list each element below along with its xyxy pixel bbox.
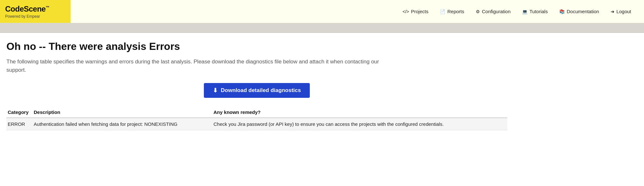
logo-subtitle: Powered by Empear xyxy=(5,14,65,19)
cell-description: Authentication failed when fetching data… xyxy=(32,118,212,130)
nav-item-tutorials[interactable]: 💻 Tutorials xyxy=(522,9,548,14)
download-btn-wrapper: ⬇ Download detailed diagnostics xyxy=(6,83,507,98)
download-icon: ⬇ xyxy=(213,87,218,94)
col-header-category: Category xyxy=(6,107,32,118)
col-header-description: Description xyxy=(32,107,212,118)
nav-label-configuration: Configuration xyxy=(482,9,510,14)
nav-label-reports: Reports xyxy=(447,9,464,14)
configuration-icon: ⚙ xyxy=(476,9,480,14)
reports-icon: 📄 xyxy=(440,9,445,14)
logo-text: CodeScene xyxy=(5,5,46,13)
download-diagnostics-button[interactable]: ⬇ Download detailed diagnostics xyxy=(204,83,310,98)
table-header: Category Description Any known remedy? xyxy=(6,107,507,118)
col-header-remedy: Any known remedy? xyxy=(212,107,507,118)
nav-label-tutorials: Tutorials xyxy=(529,9,548,14)
table-row: ERRORAuthentication failed when fetching… xyxy=(6,118,507,130)
nav-item-documentation[interactable]: 📚 Documentation xyxy=(559,9,599,14)
nav-item-projects[interactable]: </> Projects xyxy=(403,9,428,14)
page-title: Oh no -- There were analysis Errors xyxy=(6,41,507,52)
nav-item-reports[interactable]: 📄 Reports xyxy=(440,9,464,14)
projects-icon: </> xyxy=(403,9,409,14)
cell-category: ERROR xyxy=(6,118,32,130)
nav-label-logout: Logout xyxy=(616,9,631,14)
subheader-band xyxy=(0,23,644,33)
header: CodeScene™ Powered by Empear </> Project… xyxy=(0,0,644,23)
logout-icon: ➜ xyxy=(611,9,614,14)
nav-label-projects: Projects xyxy=(411,9,428,14)
nav-label-documentation: Documentation xyxy=(567,9,599,14)
main-nav: </> Projects 📄 Reports ⚙ Configuration 💻… xyxy=(390,0,644,23)
logo-tm: ™ xyxy=(46,5,49,10)
diagnostics-table: Category Description Any known remedy? E… xyxy=(6,107,507,130)
nav-item-logout[interactable]: ➜ Logout xyxy=(611,9,631,14)
download-btn-label: Download detailed diagnostics xyxy=(221,87,301,94)
cell-remedy: Check you Jira password (or API key) to … xyxy=(212,118,507,130)
documentation-icon: 📚 xyxy=(559,9,565,14)
main-content: Oh no -- There were analysis Errors The … xyxy=(0,33,514,143)
tutorials-icon: 💻 xyxy=(522,9,527,14)
table-body: ERRORAuthentication failed when fetching… xyxy=(6,118,507,130)
table-header-row: Category Description Any known remedy? xyxy=(6,107,507,118)
logo-area: CodeScene™ Powered by Empear xyxy=(0,0,71,23)
nav-item-configuration[interactable]: ⚙ Configuration xyxy=(476,9,510,14)
page-description: The following table specifies the warnin… xyxy=(6,58,392,74)
logo-title: CodeScene™ xyxy=(5,5,65,14)
